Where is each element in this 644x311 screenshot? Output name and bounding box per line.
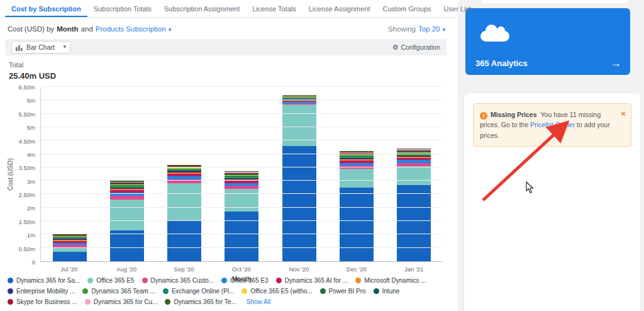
series-picker-dropdown[interactable]: Products Subscription — [96, 25, 166, 33]
bar-segment[interactable] — [282, 146, 316, 261]
chart-title: Cost (USD) by Month and Products Subscri… — [8, 25, 171, 33]
chart-dimension: Month — [57, 25, 78, 33]
top-right-card-edge — [480, 0, 630, 4]
legend-label: Dynamics 365 AI for ... — [285, 277, 348, 284]
legend-item[interactable]: Dynamics 365 AI for ... — [276, 277, 348, 284]
bar-segment[interactable] — [110, 230, 144, 261]
legend-dot — [165, 299, 170, 305]
showing-control: Showing Top 20 — [388, 25, 445, 33]
missing-prices-alert: Missing PricesYou have 11 missing prices… — [473, 103, 631, 147]
chart-header: Cost (USD) by Month and Products Subscri… — [8, 25, 445, 33]
y-tick-label: 5m — [0, 124, 35, 131]
bar-segment[interactable] — [53, 252, 87, 261]
legend-label: Intune — [382, 288, 400, 295]
legend-item[interactable]: Office 365 E3 — [221, 277, 268, 284]
legend-item[interactable]: Power BI Pro — [320, 288, 366, 295]
bar-segment[interactable] — [167, 183, 201, 221]
legend-item[interactable]: Exchange Online (Pl... — [163, 288, 235, 295]
bar-segment[interactable] — [225, 212, 258, 261]
legend-dot — [374, 288, 379, 294]
chart-type-caret-icon — [63, 43, 66, 50]
tab-subscription-totals[interactable]: Subscription Totals — [87, 0, 158, 17]
tab-user-list[interactable]: User List — [438, 0, 477, 17]
legend-dot — [85, 299, 91, 305]
legend-dot — [8, 278, 13, 283]
tab-custom-groups[interactable]: Custom Groups — [377, 0, 438, 17]
arrow-right-icon[interactable] — [610, 57, 621, 70]
legend-label: Power BI Pro — [329, 288, 366, 295]
warning-icon — [480, 112, 487, 120]
x-axis: Jul '20Aug '20Sep '20Oct '20Nov '20Dec '… — [40, 266, 443, 273]
x-tick-label: Nov '20 — [270, 266, 328, 273]
legend-dot — [8, 299, 13, 305]
bar-segment[interactable] — [397, 185, 431, 261]
legend-item[interactable]: Enterprise Mobility ... — [8, 288, 75, 295]
legend-label: Office 365 E5 — [96, 277, 134, 284]
y-tick-label: 3m — [0, 178, 35, 185]
y-tick-label: 0 — [0, 259, 35, 266]
configuration-label: Configuration — [401, 43, 440, 51]
showing-value-dropdown[interactable]: Top 20 — [418, 25, 440, 33]
legend-label: Exchange Online (Pl... — [172, 288, 235, 295]
legend-label: Office 365 E3 — [230, 277, 268, 284]
series-picker-caret-icon[interactable] — [169, 25, 172, 33]
legend-item[interactable]: Microsoft Dynamics ... — [355, 277, 426, 284]
legend-label: Office 365 E5 (witho... — [250, 288, 312, 295]
y-axis-title: Cost (USD) — [7, 158, 14, 190]
y-tick-label: 1.50m — [0, 218, 35, 225]
alert-title: Missing Prices — [491, 111, 537, 118]
gridline — [41, 167, 443, 167]
legend-label: Enterprise Mobility ... — [16, 288, 75, 295]
y-tick-label: 4.50m — [0, 138, 35, 145]
bar-segment[interactable] — [340, 169, 374, 188]
legend-dot — [221, 278, 227, 283]
configuration-button[interactable]: Configuration — [392, 43, 440, 52]
tab-cost-by-subscription[interactable]: Cost by Subscription — [5, 0, 87, 17]
gridline — [41, 127, 443, 127]
tab-license-assignment[interactable]: License Assignment — [303, 0, 377, 17]
x-tick-label: Jan '21 — [386, 266, 443, 273]
y-tick-label: 6.50m — [0, 84, 35, 91]
tab-subscription-assignment[interactable]: Subscription Assignment — [158, 0, 246, 17]
chart-type-select[interactable]: Bar Chart — [11, 41, 70, 54]
gridline — [41, 247, 443, 248]
legend-dot — [320, 288, 326, 294]
legend-dot — [355, 278, 361, 283]
legend-dot — [142, 278, 148, 283]
y-tick-label: 5.50m — [0, 111, 35, 118]
bar-segment[interactable] — [167, 221, 201, 261]
tab-bar: Cost by SubscriptionSubscription TotalsS… — [0, 0, 458, 18]
total-value: 25.40m USD — [9, 71, 56, 81]
pricelist-center-link[interactable]: Pricelist Center — [530, 121, 575, 128]
bar-segment[interactable] — [110, 200, 144, 230]
legend-item[interactable]: Dynamics 365 Custo... — [142, 277, 214, 284]
legend-item[interactable]: Skype for Business ... — [8, 298, 77, 305]
gridline — [41, 140, 443, 140]
legend-dot — [276, 278, 282, 283]
legend-item[interactable]: Dynamics 365 for Te... — [165, 298, 236, 305]
showing-caret-icon[interactable] — [442, 25, 445, 33]
tab-license-totals[interactable]: License Totals — [246, 0, 303, 17]
legend-label: Dynamics 365 Team ... — [91, 288, 155, 295]
legend-label: Skype for Business ... — [16, 298, 77, 305]
plot-area — [40, 87, 443, 262]
analytics-card[interactable]: 365 Analytics — [465, 8, 630, 75]
y-tick-label: 4m — [0, 151, 35, 158]
legend-label: Dynamics 365 for Te... — [174, 298, 236, 305]
legend-item[interactable]: Dynamics 365 Team ... — [82, 288, 155, 295]
legend-item[interactable]: Dynamics 365 for Cu... — [85, 298, 158, 305]
legend-item[interactable]: Office 365 E5 (witho... — [242, 288, 312, 295]
legend-item[interactable]: Office 365 E5 — [87, 277, 134, 284]
bar-segment[interactable] — [340, 188, 374, 261]
chart-toolbar: Bar Chart Configuration — [5, 39, 447, 55]
legend-item[interactable]: Dynamics 365 for Sa... — [8, 277, 80, 284]
show-all-link[interactable]: Show All — [247, 298, 270, 305]
gridline — [41, 86, 443, 87]
bar-segment[interactable] — [225, 189, 258, 212]
bar-segment[interactable] — [397, 166, 431, 185]
close-icon[interactable] — [621, 108, 626, 120]
analytics-card-title: 365 Analytics — [475, 59, 528, 68]
legend-item[interactable]: Intune — [374, 288, 400, 295]
showing-label: Showing — [388, 25, 416, 33]
chart: Cost (USD) Jul '20Aug '20Sep '20Oct '20N… — [0, 84, 450, 281]
